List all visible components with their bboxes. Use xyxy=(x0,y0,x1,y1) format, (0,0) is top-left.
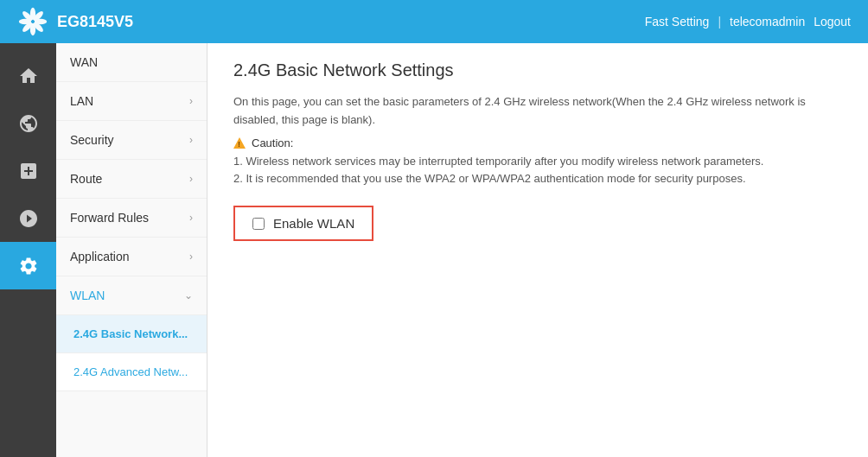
warning-icon: ! xyxy=(233,137,246,149)
caution-line-2: 2. It is recommended that you use the WP… xyxy=(233,170,842,188)
sidebar-icon-settings[interactable] xyxy=(0,242,56,289)
nav-item-lan[interactable]: LAN › xyxy=(56,82,207,121)
caution-title: ! Caution: xyxy=(233,136,842,149)
page-title: 2.4G Basic Network Settings xyxy=(233,60,842,80)
header: EG8145V5 Fast Setting | telecomadmin Log… xyxy=(0,0,868,43)
logo-area: EG8145V5 xyxy=(17,6,133,37)
fast-setting-link[interactable]: Fast Setting xyxy=(645,15,710,29)
nav-sidebar: WAN LAN › Security › Route › Forward Rul… xyxy=(56,43,207,457)
caution-block: ! Caution: 1. Wireless network services … xyxy=(233,136,842,189)
nav-item-wlan-24g-advanced[interactable]: 2.4G Advanced Netw... xyxy=(56,353,207,391)
main-layout: WAN LAN › Security › Route › Forward Rul… xyxy=(0,43,868,457)
sidebar-icon-network[interactable] xyxy=(0,99,56,147)
main-content: 2.4G Basic Network Settings On this page… xyxy=(207,43,868,457)
chevron-up-icon: ⌄ xyxy=(184,289,193,301)
enable-wlan-checkbox[interactable] xyxy=(252,218,265,230)
sidebar-icon-home[interactable] xyxy=(0,52,56,99)
sidebar-icon-plus[interactable] xyxy=(0,147,56,194)
nav-item-application[interactable]: Application › xyxy=(56,238,207,276)
chevron-down-icon: › xyxy=(189,212,193,224)
chevron-down-icon: › xyxy=(189,134,193,146)
nav-item-wan[interactable]: WAN xyxy=(56,43,207,82)
icon-sidebar xyxy=(0,43,56,457)
caution-line-1: 1. Wireless network services may be inte… xyxy=(233,153,842,171)
chevron-down-icon: › xyxy=(189,95,193,107)
enable-wlan-container: Enable WLAN xyxy=(233,206,373,241)
huawei-logo-icon xyxy=(17,6,48,37)
nav-item-security[interactable]: Security › xyxy=(56,121,207,160)
nav-item-route[interactable]: Route › xyxy=(56,160,207,199)
nav-item-wlan[interactable]: WLAN ⌄ xyxy=(56,276,207,315)
header-navigation: Fast Setting | telecomadmin Logout xyxy=(645,15,851,29)
user-link[interactable]: telecomadmin xyxy=(730,15,805,29)
page-description: On this page, you can set the basic para… xyxy=(233,93,842,130)
chevron-down-icon: › xyxy=(189,251,193,263)
logout-link[interactable]: Logout xyxy=(814,15,851,29)
enable-wlan-label[interactable]: Enable WLAN xyxy=(273,216,354,231)
chevron-down-icon: › xyxy=(189,173,193,185)
nav-divider: | xyxy=(718,15,721,29)
nav-item-forward-rules[interactable]: Forward Rules › xyxy=(56,199,207,238)
brand-name: EG8145V5 xyxy=(57,13,133,31)
nav-item-wlan-24g-basic[interactable]: 2.4G Basic Network... xyxy=(56,315,207,353)
sidebar-icon-monitor[interactable] xyxy=(0,194,56,242)
